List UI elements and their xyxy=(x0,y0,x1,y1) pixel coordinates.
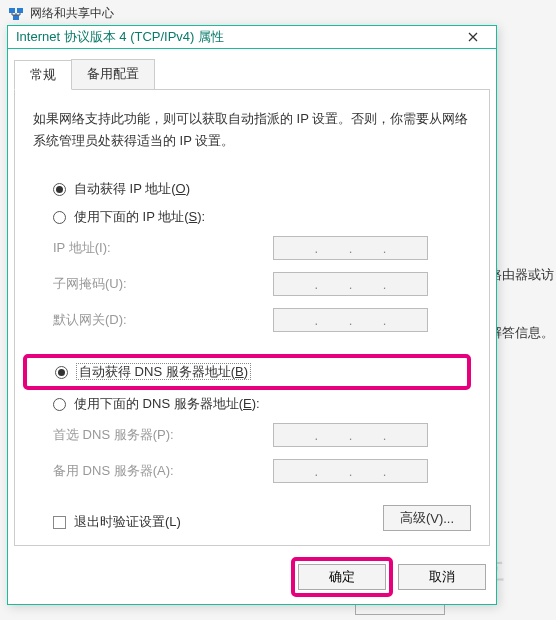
alternate-dns-label: 备用 DNS 服务器(A): xyxy=(53,462,273,480)
radio-ip-manual-row[interactable]: 使用下面的 IP 地址(S): xyxy=(33,208,471,226)
highlight-dns-auto: 自动获得 DNS 服务器地址(B) xyxy=(23,354,471,390)
tab-general[interactable]: 常规 xyxy=(14,60,72,90)
preferred-dns-row: 首选 DNS 服务器(P): ... xyxy=(33,423,471,447)
highlight-ok: 确定 xyxy=(291,557,393,597)
radio-dns-manual-label: 使用下面的 DNS 服务器地址(E): xyxy=(74,395,260,413)
radio-icon xyxy=(55,366,68,379)
background-header: 网络和共享中心 xyxy=(0,0,556,27)
svg-rect-0 xyxy=(9,8,15,13)
close-icon xyxy=(468,32,478,42)
radio-ip-auto-label: 自动获得 IP 地址(O) xyxy=(74,180,190,198)
tab-bar: 常规 备用配置 xyxy=(14,59,490,89)
dialog-body: 常规 备用配置 如果网络支持此功能，则可以获取自动指派的 IP 设置。否则，你需… xyxy=(8,49,496,554)
svg-rect-1 xyxy=(17,8,23,13)
dialog-titlebar[interactable]: Internet 协议版本 4 (TCP/IPv4) 属性 xyxy=(8,26,496,49)
dialog-footer: 确定 取消 xyxy=(8,554,496,604)
radio-ip-auto-row[interactable]: 自动获得 IP 地址(O) xyxy=(33,180,471,198)
bg-partial-button-edge xyxy=(355,605,445,615)
dialog-title: Internet 协议版本 4 (TCP/IPv4) 属性 xyxy=(16,28,458,46)
background-header-text: 网络和共享中心 xyxy=(30,5,114,22)
radio-dns-auto-row[interactable]: 自动获得 DNS 服务器地址(B) xyxy=(35,363,459,381)
radio-icon xyxy=(53,398,66,411)
bg-partial-text-2: 解答信息。 xyxy=(489,324,554,342)
ok-button[interactable]: 确定 xyxy=(298,564,386,590)
alternate-dns-input[interactable]: ... xyxy=(273,459,428,483)
subnet-mask-label: 子网掩码(U): xyxy=(53,275,273,293)
validate-on-exit-label: 退出时验证设置(L) xyxy=(74,513,181,531)
cancel-button[interactable]: 取消 xyxy=(398,564,486,590)
default-gateway-input[interactable]: ... xyxy=(273,308,428,332)
subnet-mask-row: 子网掩码(U): ... xyxy=(33,272,471,296)
radio-ip-manual-label: 使用下面的 IP 地址(S): xyxy=(74,208,205,226)
ipv4-properties-dialog: Internet 协议版本 4 (TCP/IPv4) 属性 常规 备用配置 如果… xyxy=(7,25,497,605)
ip-address-label: IP 地址(I): xyxy=(53,239,273,257)
tab-alternate[interactable]: 备用配置 xyxy=(71,59,155,89)
svg-rect-2 xyxy=(13,15,19,20)
preferred-dns-label: 首选 DNS 服务器(P): xyxy=(53,426,273,444)
radio-dns-manual-row[interactable]: 使用下面的 DNS 服务器地址(E): xyxy=(33,395,471,413)
preferred-dns-input[interactable]: ... xyxy=(273,423,428,447)
default-gateway-row: 默认网关(D): ... xyxy=(33,308,471,332)
subnet-mask-input[interactable]: ... xyxy=(273,272,428,296)
close-button[interactable] xyxy=(458,26,488,48)
alternate-dns-row: 备用 DNS 服务器(A): ... xyxy=(33,459,471,483)
description-text: 如果网络支持此功能，则可以获取自动指派的 IP 设置。否则，你需要从网络系统管理… xyxy=(33,108,471,152)
tab-panel-general: 如果网络支持此功能，则可以获取自动指派的 IP 设置。否则，你需要从网络系统管理… xyxy=(14,89,490,546)
radio-dns-auto-label: 自动获得 DNS 服务器地址(B) xyxy=(76,363,251,381)
default-gateway-label: 默认网关(D): xyxy=(53,311,273,329)
radio-icon xyxy=(53,183,66,196)
advanced-button-wrap: 高级(V)... xyxy=(383,505,471,531)
advanced-button[interactable]: 高级(V)... xyxy=(383,505,471,531)
checkbox-icon xyxy=(53,516,66,529)
ip-address-row: IP 地址(I): ... xyxy=(33,236,471,260)
ip-address-input[interactable]: ... xyxy=(273,236,428,260)
network-center-icon xyxy=(8,6,24,22)
radio-icon xyxy=(53,211,66,224)
